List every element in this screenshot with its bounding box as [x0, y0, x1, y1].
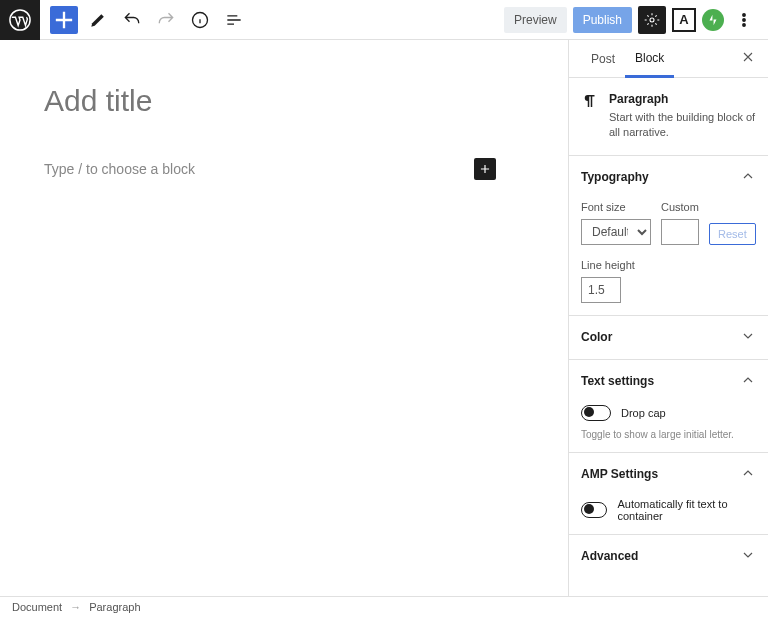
amp-header[interactable]: AMP Settings	[581, 465, 756, 484]
chevron-up-icon	[740, 372, 756, 391]
settings-button[interactable]	[638, 6, 666, 34]
breadcrumb-separator-icon: →	[70, 601, 81, 613]
redo-icon	[156, 10, 176, 30]
breadcrumb-leaf[interactable]: Paragraph	[89, 601, 140, 613]
list-icon	[224, 10, 244, 30]
outline-button[interactable]	[220, 6, 248, 34]
amp-fit-toggle[interactable]	[581, 502, 607, 518]
wordpress-logo[interactable]	[0, 0, 40, 40]
plus-icon	[50, 6, 78, 34]
info-button[interactable]	[186, 6, 214, 34]
font-size-label: Font size	[581, 201, 651, 213]
paragraph-icon	[581, 92, 599, 110]
undo-button[interactable]	[118, 6, 146, 34]
typography-section: Typography Font size Default Custom Rese…	[569, 156, 768, 316]
color-header[interactable]: Color	[581, 328, 756, 347]
top-toolbar: Preview Publish A	[0, 0, 768, 40]
line-height-label: Line height	[581, 259, 756, 271]
amp-section: AMP Settings Automatically fit text to c…	[569, 453, 768, 535]
publish-button[interactable]: Publish	[573, 7, 632, 33]
block-inserter-button[interactable]	[50, 6, 78, 34]
toolbar-left	[40, 6, 248, 34]
toolbar-right: Preview Publish A	[504, 6, 768, 34]
block-info-panel: Paragraph Start with the building block …	[569, 78, 768, 156]
svg-point-2	[650, 18, 654, 22]
block-breadcrumb: Document → Paragraph	[0, 596, 768, 617]
tab-block[interactable]: Block	[625, 41, 674, 78]
wordpress-icon	[9, 9, 31, 31]
svg-point-4	[743, 18, 746, 21]
typography-header[interactable]: Typography	[581, 168, 756, 187]
edit-mode-button[interactable]	[84, 6, 112, 34]
info-icon	[190, 10, 210, 30]
editor-canvas[interactable]: Add title Type / to choose a block	[0, 40, 568, 596]
undo-icon	[122, 10, 142, 30]
amp-button[interactable]: A	[672, 8, 696, 32]
custom-size-input[interactable]	[661, 219, 699, 245]
sidebar-tabs: Post Block	[569, 40, 768, 78]
plus-icon	[478, 162, 492, 176]
tab-post[interactable]: Post	[581, 40, 625, 77]
main-area: Add title Type / to choose a block Post …	[0, 40, 768, 596]
jetpack-button[interactable]	[702, 9, 724, 31]
chevron-up-icon	[740, 168, 756, 187]
svg-point-5	[743, 23, 746, 26]
line-height-input[interactable]	[581, 277, 621, 303]
block-type-desc: Start with the building block of all nar…	[609, 110, 756, 141]
custom-label: Custom	[661, 201, 699, 213]
color-section: Color	[569, 316, 768, 360]
svg-point-3	[743, 13, 746, 16]
paragraph-block[interactable]: Type / to choose a block	[44, 158, 496, 180]
block-type-name: Paragraph	[609, 92, 756, 106]
preview-button[interactable]: Preview	[504, 7, 567, 33]
post-title-placeholder[interactable]: Add title	[44, 84, 524, 118]
redo-button[interactable]	[152, 6, 180, 34]
kebab-icon	[734, 10, 754, 30]
amp-fit-label: Automatically fit text to container	[617, 498, 756, 522]
breadcrumb-root[interactable]: Document	[12, 601, 62, 613]
chevron-down-icon	[740, 547, 756, 566]
chevron-up-icon	[740, 465, 756, 484]
jetpack-icon	[706, 13, 720, 27]
reset-button[interactable]: Reset	[709, 223, 756, 245]
drop-cap-label: Drop cap	[621, 407, 666, 419]
chevron-down-icon	[740, 328, 756, 347]
gear-icon	[644, 12, 660, 28]
settings-sidebar: Post Block Paragraph Start with the buil…	[568, 40, 768, 596]
drop-cap-hint: Toggle to show a large initial letter.	[581, 429, 756, 440]
advanced-header[interactable]: Advanced	[581, 547, 756, 566]
drop-cap-toggle[interactable]	[581, 405, 611, 421]
advanced-section: Advanced	[569, 535, 768, 578]
add-block-button[interactable]	[474, 158, 496, 180]
text-settings-section: Text settings Drop cap Toggle to show a …	[569, 360, 768, 453]
pencil-icon	[88, 10, 108, 30]
close-sidebar-button[interactable]	[740, 49, 756, 68]
text-settings-header[interactable]: Text settings	[581, 372, 756, 391]
more-options-button[interactable]	[730, 6, 758, 34]
block-placeholder: Type / to choose a block	[44, 161, 195, 177]
font-size-select[interactable]: Default	[581, 219, 651, 245]
close-icon	[740, 49, 756, 65]
